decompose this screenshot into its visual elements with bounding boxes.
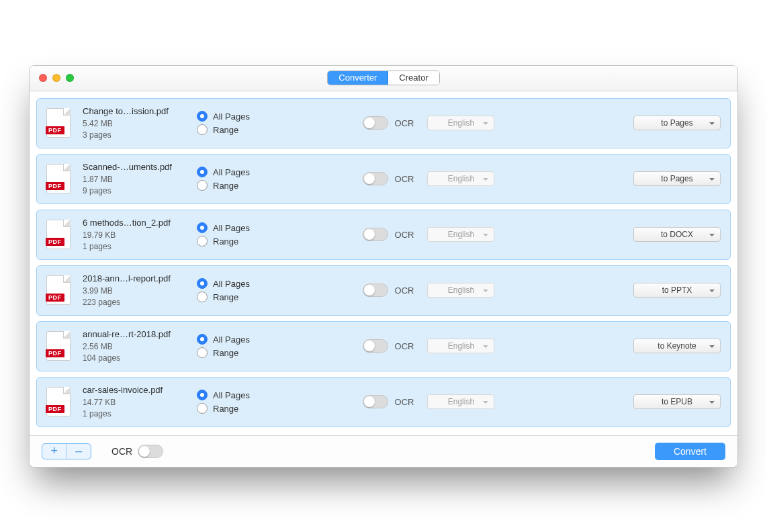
radio-range[interactable]: Range [197, 347, 291, 358]
format-select[interactable]: to PPTX [633, 283, 721, 298]
ocr-language-select[interactable]: English [427, 171, 494, 186]
file-size: 1.87 MB [83, 174, 197, 185]
ocr-language-select[interactable]: English [427, 394, 494, 409]
pdf-file-icon: PDF [46, 164, 71, 193]
footer-ocr-toggle[interactable] [138, 445, 163, 458]
radio-icon [197, 347, 208, 358]
tab-creator[interactable]: Creator [388, 71, 439, 85]
ocr-group: OCR English [363, 339, 495, 353]
radio-all-pages[interactable]: All Pages [197, 278, 291, 289]
file-name: Scanned-…uments.pdf [83, 161, 197, 173]
file-meta: 2018-ann…l-report.pdf 3.99 MB 223 pages [83, 273, 197, 308]
file-row[interactable]: PDF 6 methods…tion_2.pdf 19.79 KB 1 page… [36, 210, 731, 260]
row-ocr-toggle[interactable] [363, 339, 388, 353]
file-name: Change to…ission.pdf [83, 105, 197, 117]
language-value: English [448, 397, 474, 406]
ocr-language-select[interactable]: English [427, 227, 494, 242]
radio-icon [197, 292, 208, 302]
radio-range[interactable]: Range [197, 236, 291, 247]
minimize-icon[interactable] [52, 74, 60, 82]
radio-icon [197, 222, 208, 233]
file-row[interactable]: PDF Scanned-…uments.pdf 1.87 MB 9 pages … [36, 154, 731, 204]
file-size: 19.79 KB [83, 230, 197, 241]
radio-label: All Pages [213, 223, 250, 233]
format-select[interactable]: to EPUB [633, 394, 721, 409]
row-ocr-toggle[interactable] [363, 395, 388, 408]
page-selection: All Pages Range [197, 387, 291, 416]
radio-all-pages[interactable]: All Pages [197, 167, 291, 177]
format-value: to Keynote [658, 341, 696, 351]
file-pages: 1 pages [83, 408, 197, 420]
radio-all-pages[interactable]: All Pages [197, 390, 291, 400]
row-ocr-toggle[interactable] [363, 283, 388, 297]
ocr-language-select[interactable]: English [427, 283, 494, 298]
page-selection: All Pages Range [197, 220, 291, 249]
language-value: English [448, 341, 474, 351]
file-meta: Scanned-…uments.pdf 1.87 MB 9 pages [83, 161, 197, 197]
convert-button[interactable]: Convert [655, 443, 725, 460]
ocr-group: OCR English [363, 116, 495, 130]
close-icon[interactable] [39, 74, 47, 82]
radio-range[interactable]: Range [197, 180, 291, 191]
file-meta: 6 methods…tion_2.pdf 19.79 KB 1 pages [83, 217, 197, 253]
radio-label: All Pages [213, 335, 250, 345]
file-name: 6 methods…tion_2.pdf [83, 217, 197, 228]
mode-segmented-control: Converter Creator [327, 71, 439, 85]
file-row[interactable]: PDF annual-re…rt-2018.pdf 2.56 MB 104 pa… [36, 321, 731, 371]
ocr-group: OCR English [363, 283, 495, 298]
format-value: to PPTX [662, 285, 692, 295]
format-value: to EPUB [662, 397, 692, 406]
radio-icon [197, 167, 208, 177]
file-list: PDF Change to…ission.pdf 5.42 MB 3 pages… [30, 91, 737, 435]
radio-label: Range [213, 404, 238, 414]
row-ocr-toggle[interactable] [363, 172, 388, 185]
format-select[interactable]: to Pages [633, 171, 721, 186]
ocr-language-select[interactable]: English [427, 116, 494, 130]
radio-icon [197, 403, 208, 414]
page-selection: All Pages Range [197, 108, 291, 138]
add-file-button[interactable]: + [42, 444, 67, 459]
radio-range[interactable]: Range [197, 292, 291, 302]
format-select[interactable]: to Keynote [633, 339, 721, 353]
remove-file-button[interactable]: – [67, 444, 91, 459]
ocr-group: OCR English [363, 394, 495, 409]
window-controls [39, 74, 74, 82]
row-ocr-toggle[interactable] [363, 228, 388, 241]
file-size: 3.99 MB [83, 285, 197, 297]
file-row[interactable]: PDF Change to…ission.pdf 5.42 MB 3 pages… [36, 98, 731, 148]
file-pages: 1 pages [83, 241, 197, 253]
radio-icon [197, 278, 208, 289]
file-size: 5.42 MB [83, 118, 197, 130]
radio-range[interactable]: Range [197, 403, 291, 414]
radio-label: All Pages [213, 167, 250, 177]
ocr-language-select[interactable]: English [427, 339, 494, 353]
radio-icon [197, 236, 208, 247]
tab-converter[interactable]: Converter [328, 71, 388, 85]
radio-range[interactable]: Range [197, 124, 291, 135]
format-value: to Pages [661, 174, 692, 183]
radio-label: All Pages [213, 112, 250, 122]
pdf-badge: PDF [46, 349, 64, 357]
format-select[interactable]: to DOCX [633, 227, 721, 242]
file-row[interactable]: PDF car-sales-invoice.pdf 14.77 KB 1 pag… [36, 377, 731, 427]
radio-label: Range [213, 125, 238, 135]
radio-icon [197, 180, 208, 191]
file-name: 2018-ann…l-report.pdf [83, 273, 197, 284]
page-selection: All Pages Range [197, 331, 291, 361]
format-select[interactable]: to Pages [633, 116, 721, 130]
radio-all-pages[interactable]: All Pages [197, 222, 291, 233]
radio-icon [197, 390, 208, 400]
language-value: English [448, 174, 474, 183]
pdf-badge: PDF [46, 182, 64, 190]
ocr-group: OCR English [363, 227, 495, 242]
pdf-badge: PDF [46, 405, 64, 413]
radio-all-pages[interactable]: All Pages [197, 111, 291, 122]
zoom-icon[interactable] [66, 74, 74, 82]
row-ocr-toggle[interactable] [363, 116, 388, 130]
add-remove-group: + – [42, 443, 91, 459]
footer: + – OCR Convert [30, 435, 737, 467]
file-meta: Change to…ission.pdf 5.42 MB 3 pages [83, 105, 197, 141]
file-row[interactable]: PDF 2018-ann…l-report.pdf 3.99 MB 223 pa… [36, 265, 731, 316]
radio-all-pages[interactable]: All Pages [197, 334, 291, 345]
radio-label: All Pages [213, 390, 250, 400]
